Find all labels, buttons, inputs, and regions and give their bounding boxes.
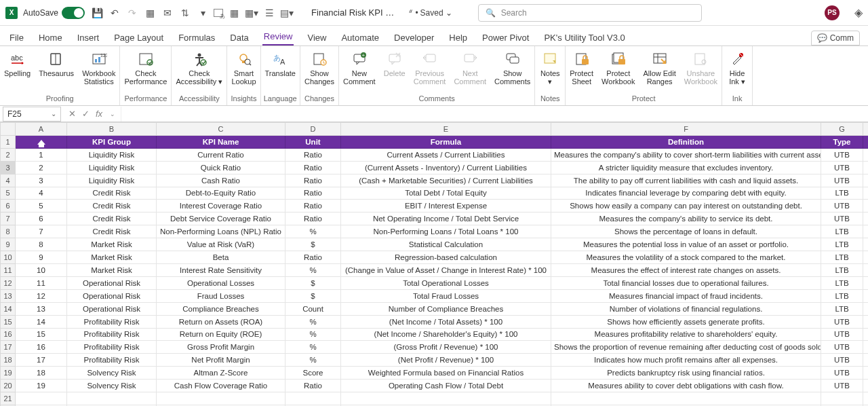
col-head-extra[interactable] (863, 123, 869, 136)
redo-icon[interactable]: ↷ (125, 6, 139, 20)
cell-A19[interactable]: 18 (16, 367, 67, 380)
cell-A14[interactable]: 13 (16, 302, 67, 315)
cell-B4[interactable]: Liquidity Risk (67, 174, 157, 187)
row-head-20[interactable]: 20 (1, 380, 16, 392)
translate-button[interactable]: あATranslate (261, 48, 300, 77)
name-box[interactable]: F25⌄ (3, 107, 61, 122)
cell-E19[interactable]: Weighted Formula based on Financial Rati… (341, 367, 551, 380)
cell-C16[interactable]: Return on Equity (ROE) (157, 328, 285, 341)
user-avatar[interactable]: PS (825, 5, 840, 20)
cell-A8[interactable]: 7 (16, 225, 67, 238)
cell-F19[interactable]: Predicts bankruptcy risk using financial… (551, 367, 821, 380)
cell-C10[interactable]: Beta (157, 251, 285, 264)
cell-D8[interactable]: % (285, 225, 341, 238)
show-comments-button[interactable]: ShowComments (490, 48, 534, 86)
cell-D12[interactable]: $ (285, 276, 341, 289)
cell-D21[interactable] (285, 392, 341, 405)
cell-D20[interactable]: Ratio (285, 380, 341, 392)
cell-C6[interactable]: Interest Coverage Ratio (157, 200, 285, 213)
cell-E11[interactable]: (Change in Value of Asset / Change in In… (341, 263, 551, 276)
col-head-D[interactable]: D (285, 123, 341, 136)
tab-view[interactable]: View (306, 30, 328, 45)
show-changes-button[interactable]: ShowChanges (300, 48, 338, 86)
cell-B13[interactable]: Operational Risk (67, 289, 157, 302)
cell-C12[interactable]: Operational Losses (157, 276, 285, 289)
row-head-21[interactable]: 21 (1, 392, 16, 405)
search-box[interactable]: 🔍 Search (478, 4, 702, 22)
cell-B7[interactable]: Credit Risk (67, 213, 157, 225)
cell-B2[interactable]: Liquidity Risk (67, 148, 157, 161)
cell-C9[interactable]: Value at Risk (VaR) (157, 238, 285, 251)
cell-A17[interactable]: 16 (16, 341, 67, 354)
qat-filter-icon[interactable]: ▾ (196, 6, 210, 20)
qat-dd1-icon[interactable]: ▦▾ (245, 6, 258, 20)
cell-A3[interactable]: 2 (16, 161, 67, 174)
cell-D3[interactable]: Ratio (285, 161, 341, 174)
smart-lookup-button[interactable]: SmartLookup (227, 48, 260, 86)
col-head-B[interactable]: B (67, 123, 157, 136)
cell-B19[interactable]: Solvency Risk (67, 367, 157, 380)
row-head-14[interactable]: 14 (1, 302, 16, 315)
protect-sheet-button[interactable]: ProtectSheet (566, 48, 597, 86)
cell-F15[interactable]: Shows how efficiently assets generate pr… (551, 315, 821, 328)
cell-G21[interactable] (821, 392, 863, 405)
qat-sort-icon[interactable]: ⇅ (178, 6, 192, 20)
qat-form-icon[interactable]: ☰ (262, 6, 276, 20)
cell-A13[interactable]: 12 (16, 289, 67, 302)
cell-G3[interactable]: UTB (821, 161, 863, 174)
cell-E4[interactable]: (Cash + Marketable Securities) / Current… (341, 174, 551, 187)
cell-F13[interactable]: Measures financial impact of fraud incid… (551, 289, 821, 302)
col-head-F[interactable]: F (551, 123, 821, 136)
document-name[interactable]: Financial Risk KPI Dashb… (311, 7, 399, 18)
row-head-6[interactable]: 6 (1, 200, 16, 213)
cell-A6[interactable]: 5 (16, 200, 67, 213)
row-head-7[interactable]: 7 (1, 213, 16, 225)
tab-automate[interactable]: Automate (340, 30, 380, 45)
cell-C11[interactable]: Interest Rate Sensitivity (157, 263, 285, 276)
cell-G10[interactable]: LTB (821, 251, 863, 264)
cell-B8[interactable]: Credit Risk (67, 225, 157, 238)
tab-pk-s-utility-tool-v3-0[interactable]: PK's Utility Tool V3.0 (542, 30, 626, 45)
tab-formulas[interactable]: Formulas (177, 30, 216, 45)
toggle-on-icon[interactable] (62, 7, 85, 19)
cell-A15[interactable]: 14 (16, 315, 67, 328)
cell-F18[interactable]: Indicates how much profit remains after … (551, 354, 821, 367)
qat-box1-icon[interactable]: あ (214, 9, 223, 17)
col-head-C[interactable]: C (157, 123, 285, 136)
row-head-13[interactable]: 13 (1, 289, 16, 302)
cell-F3[interactable]: A stricter liquidity measure that exclud… (551, 161, 821, 174)
cell-F21[interactable] (551, 392, 821, 405)
cell-G6[interactable]: UTB (821, 200, 863, 213)
tab-review[interactable]: Review (262, 29, 294, 45)
thesaurus-button[interactable]: Thesaurus (35, 48, 78, 77)
tab-power-pivot[interactable]: Power Pivot (481, 30, 530, 45)
row-head-8[interactable]: 8 (1, 225, 16, 238)
qat-dd2-icon[interactable]: ▤▾ (280, 6, 294, 20)
row-head-16[interactable]: 16 (1, 328, 16, 341)
row-head-3[interactable]: 3 (1, 161, 16, 174)
cell-G2[interactable]: UTB (821, 148, 863, 161)
home-icon-cell[interactable] (16, 135, 67, 148)
allow-edit-ranges-button[interactable]: Allow EditRanges (639, 48, 679, 86)
cell-B5[interactable]: Credit Risk (67, 187, 157, 200)
cell-C21[interactable] (157, 392, 285, 405)
cell-D10[interactable]: Ratio (285, 251, 341, 264)
row-head-1[interactable]: 1 (1, 135, 16, 148)
cell-F17[interactable]: Shows the proportion of revenue remainin… (551, 341, 821, 354)
cell-G16[interactable]: UTB (821, 328, 863, 341)
cell-C19[interactable]: Altman Z-Score (157, 367, 285, 380)
select-all-corner[interactable] (1, 123, 16, 136)
cell-E5[interactable]: Total Debt / Total Equity (341, 187, 551, 200)
cell-G19[interactable]: UTB (821, 367, 863, 380)
cell-D14[interactable]: Count (285, 302, 341, 315)
cell-F16[interactable]: Measures profitability relative to share… (551, 328, 821, 341)
cell-A10[interactable]: 9 (16, 251, 67, 264)
cell-B3[interactable]: Liquidity Risk (67, 161, 157, 174)
cell-C7[interactable]: Debt Service Coverage Ratio (157, 213, 285, 225)
new-comment-button[interactable]: +NewComment (339, 48, 380, 86)
cell-B17[interactable]: Profitability Risk (67, 341, 157, 354)
save-status[interactable]: ᐥ • Saved ⌄ (409, 8, 452, 18)
cell-A18[interactable]: 17 (16, 354, 67, 367)
formula-input[interactable] (121, 107, 868, 122)
cell-E16[interactable]: (Net Income / Shareholder's Equity) * 10… (341, 328, 551, 341)
